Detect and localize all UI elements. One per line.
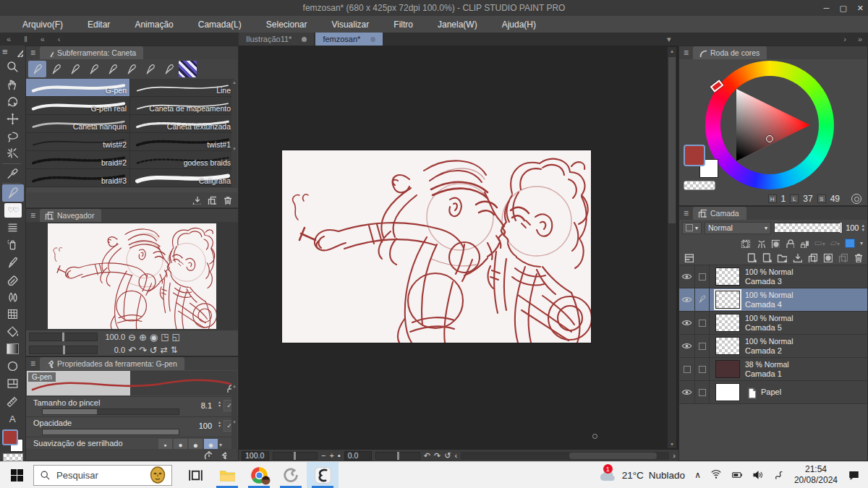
transfer-layer-icon[interactable] — [792, 252, 802, 262]
decoration-tool[interactable]: ♡♡ — [2, 202, 24, 219]
canvas-area[interactable]: ▴ ▾ 100.0 − + ▪ 0.0 ↶ ↷ ↺ ‹ › — [239, 46, 678, 461]
scroll-up-icon[interactable]: ▴ — [668, 48, 676, 54]
pen-type-icon[interactable] — [28, 61, 46, 77]
layer-opacity-slider[interactable] — [774, 223, 843, 233]
hand-tool[interactable] — [2, 76, 24, 93]
property-stepper[interactable]: ▴▾ — [218, 421, 221, 428]
layer-checkbox[interactable] — [695, 358, 710, 380]
canvas-horizontal-scrollbar[interactable] — [461, 452, 669, 460]
layer-thumbnail[interactable] — [715, 314, 740, 332]
pen-tablet-icon[interactable] — [773, 469, 785, 481]
merge-layer-icon[interactable] — [807, 252, 817, 262]
menu-item[interactable]: Filtro — [381, 20, 425, 30]
new-vector-layer-icon[interactable] — [762, 252, 772, 262]
minimize-button[interactable]: ─ — [824, 4, 830, 12]
tab-close-icon[interactable] — [302, 37, 307, 42]
figure-tool[interactable] — [2, 219, 24, 236]
blend-mode-dropdown[interactable]: Normal▾ — [705, 222, 771, 234]
next-icon[interactable]: › — [843, 35, 846, 43]
brush-item[interactable]: Caneta nanquin — [26, 115, 130, 133]
volume-icon[interactable] — [752, 469, 764, 481]
liquify-tool[interactable] — [2, 306, 24, 323]
property-scrollbar[interactable]: ▴▾ — [231, 383, 237, 449]
flip-horizontal-icon[interactable]: ⇄ — [161, 345, 168, 355]
layer-row[interactable]: Papel — [679, 381, 867, 404]
layer-visible-eye-icon[interactable] — [679, 288, 695, 311]
brush-item[interactable]: braid#3 — [26, 169, 130, 187]
menu-item[interactable]: Camada(L) — [186, 20, 254, 30]
layer-color-chevron-icon[interactable]: ▾ — [860, 240, 863, 247]
actual-size-icon[interactable]: ◱ — [172, 332, 180, 342]
lasso-tool[interactable] — [2, 128, 24, 145]
layer-thumbnail[interactable] — [715, 360, 740, 378]
shape-tool[interactable] — [2, 358, 24, 375]
pen-type-icon[interactable] — [141, 61, 159, 77]
canvas-zoom-slider[interactable] — [273, 452, 318, 460]
brush-item[interactable]: G-pen — [26, 79, 130, 97]
rotate-cw-button[interactable]: ↷ — [434, 451, 441, 461]
wheel-foreground-swatch[interactable] — [684, 145, 705, 166]
lock-layer-icon[interactable] — [785, 239, 794, 248]
opacity-stepper[interactable]: ▴▾ — [861, 223, 864, 232]
fill-tool[interactable] — [2, 323, 24, 341]
zoom-out-button[interactable]: − — [321, 451, 326, 460]
taskbar-search-box[interactable]: Pesquisar — [33, 465, 172, 486]
menu-item[interactable]: Selecionar — [254, 20, 320, 30]
transparent-color-swatch[interactable] — [3, 453, 23, 461]
pen-type-icon[interactable] — [66, 61, 84, 77]
pen-type-icon[interactable] — [160, 61, 178, 77]
menu-item[interactable]: Animação — [122, 20, 185, 30]
weather-widget[interactable]: 1 21°C Nublado — [597, 467, 685, 483]
brush-item[interactable]: Caneta de mapeamento — [130, 97, 234, 115]
draft-layer-icon[interactable] — [770, 239, 780, 248]
prev-icon[interactable]: ‹ — [51, 35, 67, 43]
menu-item[interactable]: Editar — [75, 20, 122, 30]
layer-checkbox[interactable] — [695, 381, 710, 403]
menu-item[interactable]: Ajuda(H) — [490, 20, 548, 30]
menu-item[interactable]: Janela(W) — [425, 20, 490, 30]
layer-color-swatch[interactable] — [845, 239, 855, 248]
fit-screen-icon[interactable]: ◳ — [161, 332, 169, 342]
navigator-panel-menu-icon[interactable]: ≡ — [30, 210, 35, 221]
pen-type-icon[interactable] — [47, 61, 65, 77]
document-tab[interactable]: femzosan* — [315, 33, 383, 46]
property-slider[interactable] — [42, 429, 179, 435]
zoom-tool[interactable] — [2, 59, 24, 76]
copy-subtool-icon[interactable] — [207, 195, 216, 205]
texture-pen-type-icon[interactable] — [179, 61, 197, 77]
collapse-left2-icon[interactable]: « — [34, 35, 51, 43]
wheel-shape-toggle-icon[interactable] — [851, 194, 861, 204]
start-button[interactable] — [0, 469, 33, 481]
ruler-tool[interactable] — [2, 393, 24, 410]
new-raster-layer-icon[interactable] — [746, 252, 757, 262]
navigator-thumbnail[interactable] — [48, 223, 216, 329]
layer-visible-eye-icon[interactable] — [679, 335, 695, 357]
collapse-left-icon[interactable]: « — [0, 35, 17, 43]
auto-select-tool[interactable] — [2, 145, 24, 163]
tab-list-chevron-icon[interactable]: ▾ — [667, 35, 671, 44]
tray-expand-icon[interactable]: ∧ — [694, 470, 701, 480]
blend-tool[interactable] — [2, 288, 24, 306]
brush-item[interactable]: braid#2 — [26, 151, 130, 169]
frame-tool[interactable] — [2, 375, 24, 393]
tab-close-icon[interactable] — [370, 37, 375, 42]
reference-layer-icon[interactable] — [756, 239, 765, 248]
color-wheel-tab[interactable]: Roda de cores — [693, 46, 767, 59]
taskbar-clock[interactable]: 21:54 20/08/2024 — [794, 464, 838, 486]
flip-vertical-icon[interactable]: ⇅ — [171, 345, 178, 355]
lock-alpha-icon[interactable] — [799, 239, 809, 248]
ruler-dropdown-icon[interactable]: ▭▾ — [814, 238, 825, 248]
eraser-tool[interactable] — [2, 271, 24, 288]
pen-type-icon[interactable] — [122, 61, 140, 77]
layer-row[interactable]: 100 % Normal Camada 3 — [679, 265, 867, 288]
zoom-fit-icon[interactable]: ◉ — [150, 332, 158, 343]
zoom-out-icon[interactable]: ⊖ — [128, 332, 136, 343]
property-panel-tab[interactable]: Propriedades da ferramenta: G-pen — [40, 357, 184, 370]
menu-item[interactable]: Arquivo(F) — [10, 20, 75, 30]
layer-thumbnail[interactable] — [715, 383, 740, 401]
chrome-button[interactable] — [243, 462, 275, 488]
layer-thumbnail[interactable] — [715, 291, 740, 309]
canvas-zoom-value[interactable]: 100.0 — [242, 451, 269, 461]
foreground-color-swatch[interactable] — [2, 429, 18, 445]
gradient-tool[interactable] — [2, 341, 24, 358]
